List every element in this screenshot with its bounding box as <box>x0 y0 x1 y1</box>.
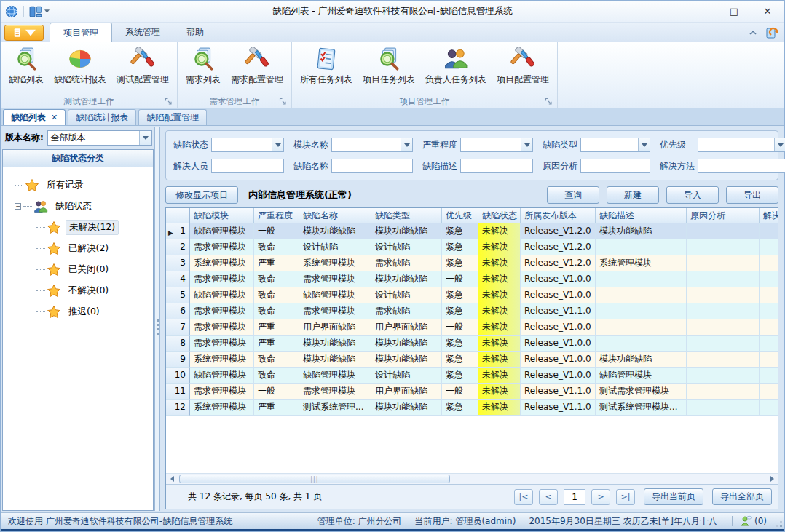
version-select[interactable]: 全部版本 <box>47 130 152 146</box>
ribbon-tab-help[interactable]: 帮助 <box>173 23 217 42</box>
filter-combo-module-name[interactable] <box>331 138 413 152</box>
minimize-button[interactable]: — <box>684 1 717 22</box>
column-header[interactable]: 缺陷名称 <box>299 208 371 223</box>
dialog-launcher-icon[interactable] <box>165 98 173 106</box>
help-icon[interactable] <box>765 26 778 39</box>
ribbon-button-defect-list[interactable]: 缺陷列表 <box>4 44 49 87</box>
prev-page-button[interactable]: < <box>539 489 558 505</box>
table-row[interactable]: 5缺陷管理模块致命缺陷管理模块设计缺陷紧急未解决Release_V1.0.0 <box>166 287 778 303</box>
quick-access-dropdown-icon[interactable] <box>44 9 50 13</box>
close-tab-icon[interactable]: ✕ <box>51 113 58 122</box>
ribbon-button-requirement-config[interactable]: 需求配置管理 <box>226 44 288 87</box>
dialog-launcher-icon[interactable] <box>545 98 553 106</box>
import-button[interactable]: 导入 <box>666 186 719 204</box>
close-button[interactable]: ✕ <box>751 1 784 22</box>
app-menu-button[interactable] <box>4 25 44 41</box>
table-cell: Release_V1.0.0 <box>521 352 596 368</box>
next-page-button[interactable]: > <box>591 489 610 505</box>
column-header[interactable]: 缺陷状态 <box>478 208 521 223</box>
chevron-down-icon[interactable] <box>638 138 650 151</box>
ribbon-button-project-task-list[interactable]: 项目任务列表 <box>358 44 420 87</box>
filter-combo-defect-type[interactable] <box>580 138 650 152</box>
table-cell: 未解决 <box>478 368 521 384</box>
doc-tab-defect-config[interactable]: 缺陷配置管理 <box>138 109 207 125</box>
filter-input-solution[interactable] <box>698 159 785 173</box>
chevron-down-icon[interactable] <box>272 138 283 151</box>
filter-input-resolver[interactable] <box>211 159 284 173</box>
ribbon-button-defect-stats-report[interactable]: 缺陷统计报表 <box>49 44 111 87</box>
chevron-down-icon[interactable] <box>401 138 412 151</box>
ribbon-tab-system-management[interactable]: 系统管理 <box>112 23 173 42</box>
table-row[interactable]: ▶1缺陷管理模块一般模块功能缺陷模块功能缺陷紧急未解决Release_V1.2.… <box>166 223 778 239</box>
filter-combo-defect-status[interactable] <box>211 138 284 152</box>
table-row[interactable]: 9系统管理模块致命模块功能缺陷模块功能缺陷紧急未解决Release_V1.0.0… <box>166 352 778 368</box>
ribbon-button-owner-task-list[interactable]: 负责人任务列表 <box>420 44 492 87</box>
doc-tab-defect-list[interactable]: 缺陷列表✕ <box>3 109 66 125</box>
scrollbar-track[interactable]: ||| <box>178 474 766 484</box>
table-row[interactable]: 8需求管理模块严重模块功能缺陷模块功能缺陷紧急未解决Release_V1.0.0 <box>166 336 778 352</box>
tree-item-defect-status[interactable]: −缺陷状态 <box>7 196 153 217</box>
tree-item-all-records[interactable]: 所有记录 <box>7 175 153 196</box>
table-row[interactable]: 6需求管理模块致命需求管理模块需求缺陷紧急未解决Release_V1.1.0 <box>166 303 778 319</box>
tree-item-postponed[interactable]: 推迟(0) <box>7 301 153 322</box>
new-button[interactable]: 新建 <box>607 186 659 204</box>
export-all-pages-button[interactable]: 导出全部页 <box>712 488 772 505</box>
chevron-down-icon[interactable] <box>774 138 785 151</box>
collapse-icon[interactable]: − <box>15 203 21 210</box>
maximize-button[interactable]: □ <box>717 1 751 22</box>
table-row[interactable]: 7需求管理模块严重用户界面缺陷用户界面缺陷一般未解决Release_V1.0.0 <box>166 319 778 336</box>
column-header[interactable]: 严重程度 <box>254 208 299 223</box>
table-row[interactable]: 11需求管理模块一般需求管理模块用户界面缺陷一般未解决Release_V1.1.… <box>166 384 778 400</box>
ribbon-collapse-icon[interactable] <box>749 31 757 35</box>
tree-item-resolved[interactable]: 已解决(2) <box>7 238 153 259</box>
chevron-down-icon[interactable] <box>521 138 532 151</box>
scroll-right-icon[interactable] <box>766 474 778 484</box>
table-row[interactable]: 3系统管理模块严重系统管理模块需求缺陷紧急未解决Release_V1.2.0系统… <box>166 255 778 271</box>
filter-input-cause-analysis[interactable] <box>580 159 650 173</box>
tree-connector <box>36 311 45 312</box>
dialog-launcher-icon[interactable] <box>279 98 287 106</box>
export-current-page-button[interactable]: 导出当前页 <box>644 488 703 505</box>
tree-item-wont-fix[interactable]: 不解决(0) <box>7 280 153 301</box>
modify-display-button[interactable]: 修改显示项目 <box>165 186 238 204</box>
page-number-input[interactable] <box>564 489 585 505</box>
last-page-button[interactable]: >| <box>616 489 635 505</box>
sidebar-splitter[interactable] <box>154 127 160 511</box>
resize-grip-icon[interactable] <box>780 525 782 527</box>
ribbon-group-caption-label: 测试管理工作 <box>64 96 114 107</box>
table-row[interactable]: 10缺陷管理模块致命缺陷管理模块设计缺陷紧急未解决Release_V1.0.0缺… <box>166 368 778 384</box>
scroll-left-icon[interactable] <box>166 474 178 484</box>
ribbon-button-all-task-list[interactable]: 所有任务列表 <box>295 44 358 87</box>
scrollbar-thumb[interactable]: ||| <box>179 475 450 483</box>
ribbon-button-test-config[interactable]: 测试配置管理 <box>111 44 174 87</box>
table-row[interactable]: 12系统管理模块严重测试系统管理...模块功能缺陷紧急未解决Release_V1… <box>166 400 778 416</box>
filter-input-defect-name[interactable] <box>331 159 413 173</box>
ribbon-button-requirement-list[interactable]: 需求列表 <box>181 44 226 87</box>
column-header[interactable]: 原因分析 <box>687 208 760 223</box>
ribbon-tab-project-management[interactable]: 项目管理 <box>50 23 112 42</box>
doc-tab-defect-stats-report[interactable]: 缺陷统计报表 <box>68 109 136 125</box>
column-header[interactable]: 解决方法 <box>760 208 778 223</box>
column-header[interactable]: 缺陷描述 <box>596 208 687 223</box>
query-button[interactable]: 查询 <box>547 186 599 204</box>
export-button[interactable]: 导出 <box>726 186 778 204</box>
column-header[interactable]: 优先级 <box>442 208 478 223</box>
table-cell: Release_V1.0.0 <box>521 271 596 287</box>
tree-item-unresolved[interactable]: 未解决(12) <box>7 217 153 238</box>
column-header[interactable]: 缺陷类型 <box>371 208 442 223</box>
filter-combo-severity[interactable] <box>460 138 533 152</box>
filter-combo-priority[interactable] <box>698 138 785 152</box>
messages-person-icon[interactable] <box>740 515 752 527</box>
layout-icon[interactable] <box>29 5 42 18</box>
column-header[interactable]: 缺陷模块 <box>190 208 254 223</box>
ribbon-button-project-config[interactable]: 项目配置管理 <box>492 44 554 87</box>
table-row[interactable]: 2需求管理模块致命设计缺陷设计缺陷紧急未解决Release_V1.2.0 <box>166 239 778 255</box>
table-row[interactable]: 4需求管理模块致命需求管理模块模块功能缺陷一般未解决Release_V1.0.0 <box>166 271 778 287</box>
column-header[interactable]: 所属发布版本 <box>521 208 596 223</box>
tree-item-closed[interactable]: 已关闭(0) <box>7 259 153 280</box>
first-page-button[interactable]: |< <box>514 489 533 505</box>
chevron-down-icon[interactable] <box>139 131 151 145</box>
table-cell: 致命 <box>254 368 299 384</box>
filter-input-defect-description[interactable] <box>460 159 533 173</box>
horizontal-scrollbar[interactable]: ||| <box>166 473 778 484</box>
